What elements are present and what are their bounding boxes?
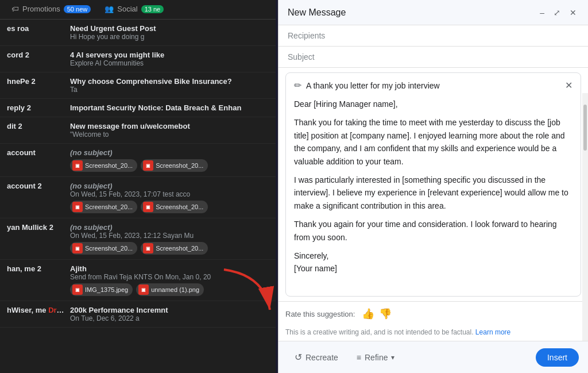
rate-bar: Rate this suggestion: 👍 👎 <box>278 301 588 326</box>
email-preview: Hi Hope you are doing g <box>70 33 269 41</box>
email-subject: New message from u/welcomebot <box>70 122 269 130</box>
pen-icon: ✏ <box>294 80 301 91</box>
body-paragraph-3: I was particularly interested in [someth… <box>294 174 572 212</box>
attachment-icon: ▣ <box>72 243 83 253</box>
compose-header-actions: – ⤢ ✕ <box>537 7 579 18</box>
attachment-name: IMG_1375.jpeg <box>85 286 128 293</box>
email-content: 200k Performance Incremnt On Tue, Dec 6,… <box>70 306 269 322</box>
list-item[interactable]: ▣ Screenshot_20... <box>141 201 208 213</box>
attachment-icon: ▣ <box>143 202 153 212</box>
email-content: Ajith Send from Ravi Teja KNTS On Mon, J… <box>70 264 269 296</box>
email-preview: On Wed, 15 Feb, 2023, 12:12 Sayan Mu <box>70 232 269 240</box>
email-content: (no subject) ▣ Screenshot_20... ▣ Screen… <box>70 148 269 172</box>
list-item[interactable]: ▣ Screenshot_20... <box>70 159 137 172</box>
sender-name: hnePe 2 <box>7 77 64 86</box>
learn-more-link[interactable]: Learn more <box>475 328 510 336</box>
email-preview: Send from Ravi Teja KNTS On Mon, Jan 0, … <box>70 273 269 281</box>
table-row[interactable]: han, me 2 Ajith Send from Ravi Teja KNTS… <box>0 260 276 301</box>
scrollbar[interactable] <box>582 93 588 341</box>
subject-field[interactable]: Subject <box>278 47 588 68</box>
suggestion-close-button[interactable]: ✕ <box>565 81 572 90</box>
promotions-label: Promotions <box>22 5 60 13</box>
attachment-row: ▣ IMG_1375.jpeg ▣ unnamed (1).png <box>70 283 269 296</box>
refine-icon: ≡ <box>357 353 361 362</box>
list-item[interactable]: ▣ Screenshot_20... <box>141 242 208 255</box>
table-row[interactable]: account 2 (no subject) On Wed, 15 Feb, 2… <box>0 177 276 218</box>
compose-title: New Message <box>288 7 346 18</box>
list-item[interactable]: ▣ Screenshot_20... <box>70 201 137 213</box>
email-preview: Ta <box>70 86 269 94</box>
attachment-name: Screenshot_20... <box>85 245 133 252</box>
email-subject: (no subject) <box>70 182 269 190</box>
compose-window: New Message – ⤢ ✕ Recipients Subject ✏ A… <box>278 0 588 373</box>
scrollbar-thumb[interactable] <box>583 105 587 151</box>
table-row[interactable]: reply 2 Important Security Notice: Data … <box>0 99 276 117</box>
thumbs-up-button[interactable]: 👍 <box>362 307 374 320</box>
attachment-icon: ▣ <box>72 160 83 171</box>
compose-header: New Message – ⤢ ✕ <box>278 0 588 25</box>
suggestion-body: Dear [Hiring Manager name], Thank you fo… <box>294 98 572 275</box>
close-compose-button[interactable]: ✕ <box>567 7 579 18</box>
social-badge: 13 ne <box>141 5 164 13</box>
sender-name: cord 2 <box>7 51 64 59</box>
email-content: (no subject) On Wed, 15 Feb, 2023, 17:07… <box>70 182 269 213</box>
sender-name: hWiser, me Draft 3 <box>7 306 64 314</box>
table-row[interactable]: dit 2 New message from u/welcomebot "Wel… <box>0 117 276 144</box>
sender-name: es roa <box>7 24 64 33</box>
promotions-tab[interactable]: 🏷 Promotions 50 new <box>5 0 98 19</box>
minimize-button[interactable]: – <box>537 7 547 18</box>
list-item[interactable]: ▣ Screenshot_20... <box>141 159 208 172</box>
list-item[interactable]: ▣ IMG_1375.jpeg <box>70 283 133 296</box>
social-tab[interactable]: 👥 Social 13 ne <box>98 0 171 19</box>
email-subject: Ajith <box>70 264 269 273</box>
table-row[interactable]: cord 2 4 AI servers you might like Explo… <box>0 46 276 72</box>
suggestion-header: ✏ A thank you letter for my job intervie… <box>294 80 572 91</box>
email-subject: Why choose Comprehensive Bike Insurance? <box>70 77 269 86</box>
email-subject: (no subject) <box>70 148 269 157</box>
social-label: Social <box>117 5 137 13</box>
email-preview: On Wed, 15 Feb, 2023, 17:07 test acco <box>70 190 269 198</box>
attachment-name: Screenshot_20... <box>85 162 133 169</box>
popout-button[interactable]: ⤢ <box>551 7 563 18</box>
thumbs-down-button[interactable]: 👎 <box>379 307 392 320</box>
gmail-background: 🏷 Promotions 50 new 👥 Social 13 ne es ro… <box>0 0 276 373</box>
body-paragraph-4: Thank you again for your time and consid… <box>294 218 572 244</box>
body-paragraph-2: Thank you for taking the time to meet wi… <box>294 116 572 168</box>
tab-bar: 🏷 Promotions 50 new 👥 Social 13 ne <box>0 0 276 20</box>
disclaimer-text: This is a creative writing aid, and is n… <box>278 326 588 341</box>
table-row[interactable]: account (no subject) ▣ Screenshot_20... … <box>0 144 276 177</box>
attachment-icon: ▣ <box>138 284 149 295</box>
list-item[interactable]: ▣ unnamed (1).png <box>136 283 204 296</box>
attachment-row: ▣ Screenshot_20... ▣ Screenshot_20... <box>70 201 269 213</box>
rate-icons: 👍 👎 <box>362 307 392 320</box>
table-row[interactable]: hnePe 2 Why choose Comprehensive Bike In… <box>0 72 276 99</box>
sender-name: account 2 <box>7 182 64 190</box>
attachment-name: Screenshot_20... <box>85 203 133 210</box>
attachment-row: ▣ Screenshot_20... ▣ Screenshot_20... <box>70 159 269 172</box>
attachment-name: Screenshot_20... <box>156 203 203 210</box>
email-content: Need Urgent Guest Post Hi Hope you are d… <box>70 24 269 41</box>
attachment-name: Screenshot_20... <box>156 245 203 252</box>
table-row[interactable]: es roa Need Urgent Guest Post Hi Hope yo… <box>0 20 276 46</box>
refine-button[interactable]: ≡ Refine ▾ <box>350 348 402 367</box>
promotions-badge: 50 new <box>64 5 91 13</box>
attachment-icon: ▣ <box>72 202 83 212</box>
attachment-icon: ▣ <box>72 284 83 295</box>
table-row[interactable]: yan Mullick 2 (no subject) On Wed, 15 Fe… <box>0 218 276 260</box>
email-subject: 4 AI servers you might like <box>70 51 269 59</box>
suggestion-box: ✏ A thank you letter for my job intervie… <box>285 72 581 297</box>
draft-badge: Draft 3 <box>48 306 64 314</box>
list-item[interactable]: ▣ Screenshot_20... <box>70 242 137 255</box>
email-subject: Need Urgent Guest Post <box>70 24 269 33</box>
email-content: Why choose Comprehensive Bike Insurance?… <box>70 77 269 94</box>
attachment-name: Screenshot_20... <box>156 162 203 169</box>
email-content: 4 AI servers you might like Explore AI C… <box>70 51 269 67</box>
recipients-field[interactable]: Recipients <box>278 25 588 47</box>
refine-label: Refine <box>365 353 388 362</box>
sender-name: han, me 2 <box>7 264 64 273</box>
table-row[interactable]: hWiser, me Draft 3 200k Performance Incr… <box>0 301 276 328</box>
recreate-icon: ↺ <box>295 352 302 363</box>
email-list: es roa Need Urgent Guest Post Hi Hope yo… <box>0 20 276 328</box>
recreate-button[interactable]: ↺ Recreate <box>288 347 345 367</box>
insert-button[interactable]: Insert <box>536 348 579 367</box>
